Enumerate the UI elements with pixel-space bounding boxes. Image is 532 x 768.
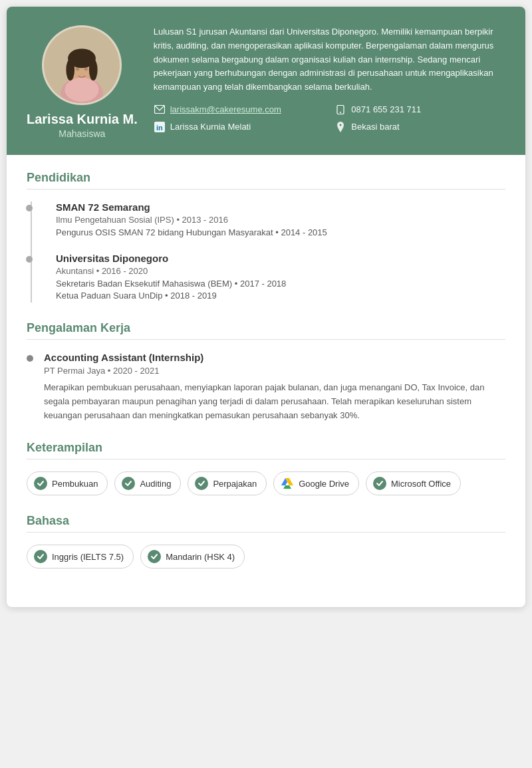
check-icon-pembukuan xyxy=(34,477,47,490)
svg-point-5 xyxy=(66,59,75,81)
svg-point-8 xyxy=(76,68,79,71)
svg-marker-17 xyxy=(283,485,291,489)
contact-phone: 0871 655 231 711 xyxy=(334,104,505,116)
edu-activity-2-1: Ketua Paduan Suara UnDip • 2018 - 2019 xyxy=(56,291,505,301)
gdrive-icon xyxy=(281,477,294,490)
skill-label-auditing: Auditing xyxy=(140,479,171,489)
edu-dot-1 xyxy=(26,205,33,211)
phone-text: 0871 655 231 711 xyxy=(351,104,421,114)
profile-bio: Lulusan S1 jurusan Akuntansi dari Univer… xyxy=(154,25,505,94)
education-list: SMAN 72 Semarang Ilmu Pengetahuan Sosial… xyxy=(31,201,505,303)
education-title: Pendidikan xyxy=(27,171,505,190)
edu-major-1: Ilmu Pengetahuan Sosial (IPS) • 2013 - 2… xyxy=(56,215,505,225)
lang-label-mandarin: Mandarin (HSK 4) xyxy=(166,552,235,562)
work-section: Pengalaman Kerja Accounting Assistant (I… xyxy=(27,321,505,422)
edu-activity-1-0: Pengurus OSIS SMAN 72 bidang Hubungan Ma… xyxy=(56,227,505,237)
skill-label-msoffice: Microsoft Office xyxy=(391,479,451,489)
svg-point-9 xyxy=(84,68,88,71)
check-icon-perpajakan xyxy=(195,477,208,490)
contact-linkedin: in Larissa Kurnia Melati xyxy=(154,121,325,133)
skill-msoffice: Microsoft Office xyxy=(366,471,461,495)
svg-point-7 xyxy=(65,78,99,102)
work-dot-col xyxy=(27,352,33,362)
location-icon xyxy=(334,121,346,133)
header-left: Larissa Kurnia M. Mahasiswa xyxy=(27,25,138,139)
school-name-1: SMAN 72 Semarang xyxy=(56,201,505,213)
edu-entry-1: SMAN 72 Semarang Ilmu Pengetahuan Sosial… xyxy=(43,201,505,239)
school-name-2: Universitas Diponegoro xyxy=(56,253,505,264)
work-title: Pengalaman Kerja xyxy=(27,321,505,340)
contact-location: Bekasi barat xyxy=(334,121,505,133)
skill-googledrive: Google Drive xyxy=(273,471,359,495)
check-icon-msoffice xyxy=(373,477,386,490)
phone-icon xyxy=(334,104,346,116)
contact-email: larissakm@cakeresume.com xyxy=(154,104,325,116)
check-icon-auditing xyxy=(122,477,135,490)
check-icon-mandarin xyxy=(148,550,161,563)
skill-label-pembukuan: Pembukuan xyxy=(52,479,98,489)
lang-mandarin: Mandarin (HSK 4) xyxy=(140,545,245,569)
svg-text:in: in xyxy=(156,124,163,132)
avatar xyxy=(42,25,122,105)
resume-card: Larissa Kurnia M. Mahasiswa Lulusan S1 j… xyxy=(7,7,525,607)
email-link[interactable]: larissakm@cakeresume.com xyxy=(170,104,281,114)
skill-auditing: Auditing xyxy=(114,471,181,495)
header-section: Larissa Kurnia M. Mahasiswa Lulusan S1 j… xyxy=(7,7,525,155)
edu-major-2: Akuntansi • 2016 - 2020 xyxy=(56,266,505,276)
linkedin-icon: in xyxy=(154,121,166,133)
edu-entry-2: Universitas Diponegoro Akuntansi • 2016 … xyxy=(43,253,505,303)
skill-label-perpajakan: Perpajakan xyxy=(213,479,257,489)
lang-english: Inggris (IELTS 7.5) xyxy=(27,545,134,569)
skills-section: Keterampilan Pembukuan xyxy=(27,441,505,495)
skill-label-googledrive: Google Drive xyxy=(299,479,349,489)
language-title: Bahasa xyxy=(27,514,505,533)
skills-list: Pembukuan Auditing xyxy=(27,471,505,495)
location-text: Bekasi barat xyxy=(351,122,399,132)
check-icon-english xyxy=(34,550,47,563)
skill-perpajakan: Perpajakan xyxy=(188,471,267,495)
svg-point-12 xyxy=(340,112,341,113)
email-icon xyxy=(154,104,166,116)
work-company: PT Permai Jaya • 2020 - 2021 xyxy=(44,366,505,376)
lang-label-english: Inggris (IELTS 7.5) xyxy=(52,552,124,562)
work-description: Merapikan pembukuan perusahaan, menyiapk… xyxy=(44,381,505,422)
resume-body: Pendidikan SMAN 72 Semarang Ilmu Pengeta… xyxy=(7,155,525,607)
linkedin-text: Larissa Kurnia Melati xyxy=(170,122,251,132)
education-section: Pendidikan SMAN 72 Semarang Ilmu Pengeta… xyxy=(27,171,505,303)
work-dot-1 xyxy=(27,355,33,362)
edu-activity-2-0: Sekretaris Badan Eksekutif Mahasiswa (BE… xyxy=(56,279,505,289)
language-list: Inggris (IELTS 7.5) Mandarin (HSK 4) xyxy=(27,545,505,569)
language-section: Bahasa Inggris (IELTS 7.5) xyxy=(27,514,505,569)
skill-pembukuan: Pembukuan xyxy=(27,471,108,495)
work-content-1: Accounting Assistant (Internship) PT Per… xyxy=(44,352,505,422)
profile-title: Mahasiswa xyxy=(59,128,105,139)
edu-dot-2 xyxy=(26,256,33,263)
profile-name: Larissa Kurnia M. xyxy=(27,112,138,127)
work-entry-1: Accounting Assistant (Internship) PT Per… xyxy=(27,352,505,422)
work-job-title: Accounting Assistant (Internship) xyxy=(44,352,505,363)
header-right: Lulusan S1 jurusan Akuntansi dari Univer… xyxy=(154,25,505,133)
contact-list: larissakm@cakeresume.com 0871 655 231 71… xyxy=(154,104,505,133)
svg-point-6 xyxy=(89,59,98,81)
skills-title: Keterampilan xyxy=(27,441,505,459)
